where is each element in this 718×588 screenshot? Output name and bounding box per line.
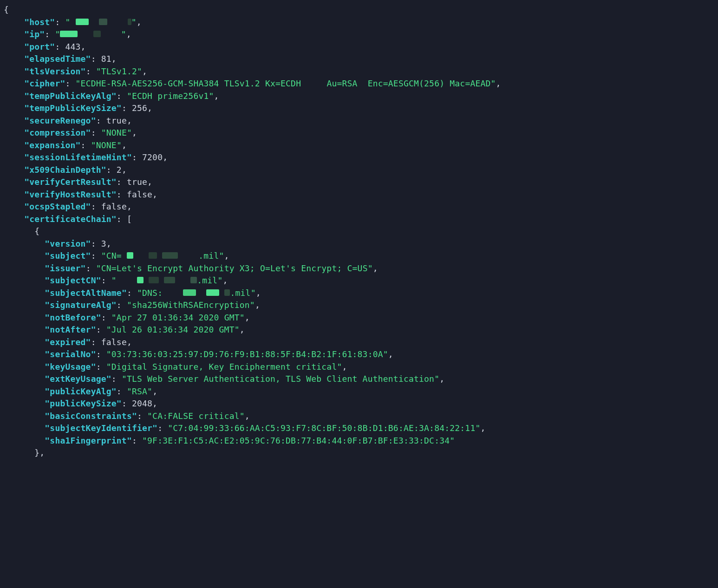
- val-host: " ": [65, 17, 136, 27]
- val-expansion: "NONE": [91, 140, 122, 150]
- val-elapsedTime: 81: [101, 54, 111, 64]
- val-subjectKeyIdentifier: "C7:04:99:33:66:AA:C5:93:F7:8C:BF:50:8B:…: [168, 423, 480, 433]
- val-serialNo: "03:73:36:03:25:97:D9:76:F9:B1:88:5F:B4:…: [106, 349, 388, 359]
- key-tlsVersion: "tlsVersion": [24, 66, 85, 76]
- key-port: "port": [24, 42, 55, 52]
- val-signatureAlg: "sha256WithRSAEncryption": [127, 300, 255, 310]
- val-cipher: "ECDHE-RSA-AES256-GCM-SHA384 TLSv1.2 Kx=…: [76, 78, 496, 88]
- key-ip: "ip": [24, 29, 45, 39]
- val-keyUsage: "Digital Signature, Key Encipherment cri…: [106, 362, 342, 372]
- val-expired: false: [101, 337, 127, 347]
- key-expansion: "expansion": [24, 140, 80, 150]
- val-sessionLifetimeHint: 7200: [142, 152, 163, 162]
- key-certificateChain: "certificateChain": [24, 214, 117, 224]
- key-serialNo: "serialNo": [45, 349, 96, 359]
- key-compression: "compression": [24, 128, 91, 137]
- key-verifyCertResult: "verifyCertResult": [24, 177, 117, 187]
- key-subjectKeyIdentifier: "subjectKeyIdentifier": [45, 423, 157, 433]
- key-subjectCN: "subjectCN": [45, 275, 101, 285]
- key-cipher: "cipher": [24, 78, 65, 88]
- val-publicKeyAlg: "RSA": [127, 386, 152, 396]
- key-verifyHostResult: "verifyHostResult": [24, 189, 117, 199]
- val-issuer: "CN=Let's Encrypt Authority X3; O=Let's …: [96, 263, 373, 273]
- key-subjectAltName: "subjectAltName": [45, 288, 127, 298]
- val-tempPublicKeySize: 256: [132, 103, 147, 113]
- key-sha1Fingerprint: "sha1Fingerprint": [45, 436, 132, 445]
- key-x509ChainDepth: "x509ChainDepth": [24, 165, 106, 175]
- key-expired: "expired": [45, 337, 91, 347]
- key-basicConstraints: "basicConstraints": [45, 411, 137, 421]
- key-sessionLifetimeHint: "sessionLifetimeHint": [24, 152, 132, 162]
- key-ocspStapled: "ocspStapled": [24, 202, 91, 211]
- val-secureRenego: true: [106, 116, 127, 125]
- val-publicKeySize: 2048: [132, 399, 152, 408]
- key-signatureAlg: "signatureAlg": [45, 300, 117, 310]
- val-x509ChainDepth: 2: [117, 165, 122, 175]
- val-notBefore: "Apr 27 01:36:34 2020 GMT": [111, 313, 245, 322]
- key-keyUsage: "keyUsage": [45, 362, 96, 372]
- val-extKeyUsage: "TLS Web Server Authentication, TLS Web …: [122, 374, 439, 384]
- key-secureRenego: "secureRenego": [24, 116, 96, 125]
- key-publicKeySize: "publicKeySize": [45, 399, 122, 408]
- key-notBefore: "notBefore": [45, 313, 101, 322]
- val-subjectCN: " .mil": [111, 275, 223, 285]
- json-output: { "host": " ", "ip": " ", "port": 443, "…: [0, 0, 718, 470]
- val-verifyCertResult: true: [127, 177, 147, 187]
- val-verifyHostResult: false: [127, 189, 152, 199]
- val-port: 443: [65, 42, 80, 52]
- key-tempPublicKeyAlg: "tempPublicKeyAlg": [24, 91, 117, 101]
- val-tlsVersion: "TLSv1.2": [96, 66, 142, 76]
- val-subjectAltName: "DNS: .mil": [137, 288, 256, 298]
- key-subject: "subject": [45, 251, 91, 261]
- key-notAfter: "notAfter": [45, 325, 96, 334]
- val-ocspStapled: false: [101, 202, 127, 211]
- key-host: "host": [24, 17, 55, 27]
- val-ip: " ": [55, 29, 126, 39]
- val-sha1Fingerprint: "9F:3E:F1:C5:AC:E2:05:9C:76:DB:77:B4:44:…: [142, 436, 455, 445]
- val-subject: "CN= .mil": [101, 251, 224, 261]
- key-version: "version": [45, 239, 91, 248]
- val-notAfter: "Jul 26 01:36:34 2020 GMT": [106, 325, 240, 334]
- key-issuer: "issuer": [45, 263, 85, 273]
- val-compression: "NONE": [101, 128, 132, 137]
- key-publicKeyAlg: "publicKeyAlg": [45, 386, 117, 396]
- key-elapsedTime: "elapsedTime": [24, 54, 91, 64]
- val-basicConstraints: "CA:FALSE critical": [147, 411, 245, 421]
- val-tempPublicKeyAlg: "ECDH prime256v1": [127, 91, 214, 101]
- key-extKeyUsage: "extKeyUsage": [45, 374, 111, 384]
- key-tempPublicKeySize: "tempPublicKeySize": [24, 103, 122, 113]
- val-version: 3: [101, 239, 106, 248]
